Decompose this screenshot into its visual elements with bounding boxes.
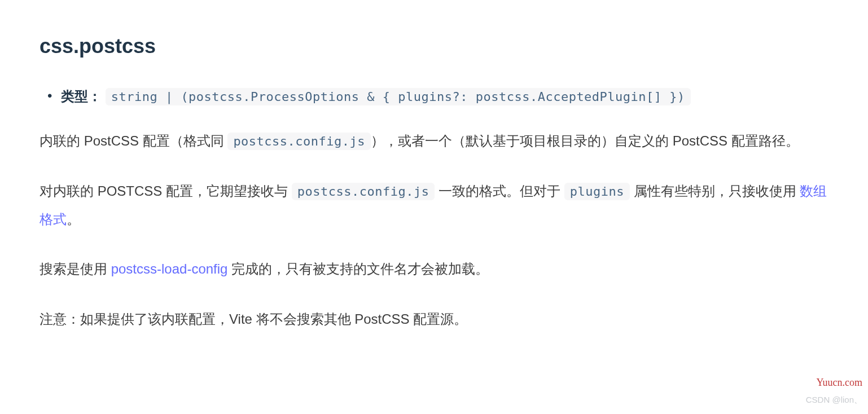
paragraph-3: 搜索是使用 postcss-load-config 完成的，只有被支持的文件名才… [40, 255, 828, 283]
type-list: 类型： string | (postcss.ProcessOptions & {… [40, 84, 828, 110]
type-label: 类型： [61, 89, 102, 104]
paragraph-1: 内联的 PostCSS 配置（格式同 postcss.config.js），或者… [40, 127, 828, 155]
type-item: 类型： string | (postcss.ProcessOptions & {… [61, 84, 828, 110]
inline-code: postcss.config.js [227, 133, 371, 150]
text: 一致的格式。但对于 [435, 183, 564, 199]
section-heading: css.postcss [40, 28, 828, 64]
inline-code: postcss.config.js [292, 183, 435, 200]
watermark-yuucn: Yuucn.com [817, 374, 862, 392]
paragraph-4: 注意：如果提供了该内联配置，Vite 将不会搜索其他 PostCSS 配置源。 [40, 305, 828, 333]
type-code: string | (postcss.ProcessOptions & { plu… [106, 88, 691, 105]
text: 。 [67, 212, 80, 227]
text: 对内联的 POSTCSS 配置，它期望接收与 [40, 183, 292, 199]
text: 搜索是使用 [40, 261, 111, 276]
text: 内联的 PostCSS 配置（格式同 [40, 133, 227, 148]
watermark-csdn: CSDN @lion、 [806, 393, 862, 407]
paragraph-2: 对内联的 POSTCSS 配置，它期望接收与 postcss.config.js… [40, 177, 828, 234]
text: 完成的，只有被支持的文件名才会被加载。 [227, 261, 489, 276]
inline-code: plugins [564, 183, 630, 200]
text: ），或者一个（默认基于项目根目录的）自定义的 PostCSS 配置路径。 [371, 133, 799, 148]
postcss-load-config-link[interactable]: postcss-load-config [111, 261, 228, 276]
text: 属性有些特别，只接收使用 [630, 183, 800, 199]
